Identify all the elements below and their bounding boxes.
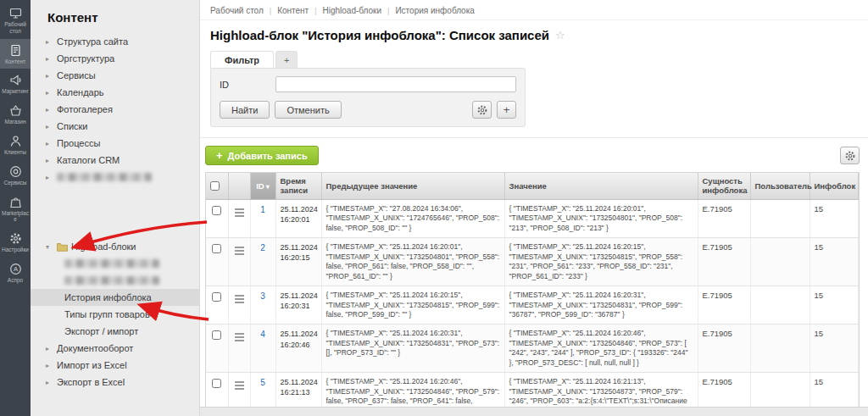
header-time[interactable]: Время записи	[275, 173, 321, 199]
breadcrumb-item[interactable]: История инфоблока	[395, 6, 474, 15]
breadcrumb-item[interactable]: Рабочий стол	[210, 6, 264, 15]
clients-icon	[9, 135, 22, 147]
record-id-link[interactable]: 2	[255, 242, 271, 254]
gear-icon	[9, 232, 22, 245]
prev-value-cell: { "TIMESTAMP_X": "25.11.2024 16:20:01", …	[321, 238, 504, 286]
sidebar-item-export-import[interactable]: Экспорт / импорт	[31, 323, 199, 340]
entity-cell: E.71905	[698, 238, 750, 286]
record-id-link[interactable]: 4	[255, 329, 271, 341]
user-cell	[750, 199, 810, 237]
appbar-item-marketing[interactable]: Маркетинг	[0, 69, 31, 99]
breadcrumb-item[interactable]: Контент	[277, 6, 309, 15]
header-prev-value[interactable]: Предыдущее значение	[321, 173, 504, 199]
chevron-right-icon: ▸	[46, 123, 57, 130]
appbar-item-label: Marketplace	[1, 210, 30, 224]
breadcrumb-separator: |	[314, 7, 316, 15]
appbar-item-label: Сервисы	[1, 180, 30, 186]
sidebar-item-label: Оргструктура	[57, 53, 114, 64]
record-id-link[interactable]: 5	[255, 377, 271, 389]
row-menu-icon[interactable]	[235, 212, 244, 214]
appbar-item-shop[interactable]: Магазин	[0, 99, 31, 130]
row-checkbox[interactable]	[212, 379, 221, 388]
row-menu-icon[interactable]	[235, 336, 244, 338]
appbar-item-label: Рабочий стол	[1, 21, 30, 35]
records-grid: ID▾ Время записи Предыдущее значение Зна…	[205, 172, 860, 416]
breadcrumb-item[interactable]: Highload-блоки	[323, 6, 382, 15]
header-infoblock[interactable]: Инфоблок	[810, 173, 859, 199]
sidebar-item-services[interactable]: ▸ Сервисы	[31, 67, 199, 84]
header-value[interactable]: Значение	[504, 173, 698, 199]
sidebar-item-photogallery[interactable]: ▸ Фотогалерея	[31, 101, 199, 118]
sidebar-item-calendar[interactable]: ▸ Календарь	[31, 84, 199, 101]
row-menu-icon[interactable]	[235, 298, 244, 300]
appbar-item-settings[interactable]: Настройки	[0, 227, 31, 258]
sidebar-item-orgstructure[interactable]: ▸ Оргструктура	[31, 50, 199, 67]
blurred-label	[57, 173, 152, 181]
sidebar-item-import-excel[interactable]: ▸ Импорт из Excel	[31, 357, 199, 374]
value-cell: { "TIMESTAMP_X": "25.11.2024 16:20:15", …	[504, 238, 698, 286]
favorite-star-icon[interactable]: ☆	[555, 29, 565, 42]
gear-icon	[476, 104, 488, 116]
chevron-right-icon: ▸	[46, 140, 57, 147]
sidebar-item-infoblock-history[interactable]: История инфоблока	[31, 289, 199, 306]
folder-icon	[57, 242, 68, 252]
sidebar-item-blurred[interactable]	[31, 272, 199, 289]
filter-settings-button[interactable]	[472, 101, 492, 119]
chevron-right-icon: ▸	[46, 106, 57, 114]
infoblock-cell: 15	[810, 324, 859, 373]
header-id[interactable]: ID▾	[250, 173, 275, 199]
breadcrumb-separator: |	[270, 7, 271, 15]
record-time: 16:20:15	[281, 252, 317, 263]
appbar-item-content[interactable]: Контент	[0, 39, 31, 69]
select-all-checkbox[interactable]	[210, 181, 220, 191]
appbar-item-label: Настройки	[1, 247, 30, 253]
find-button[interactable]: Найти	[220, 101, 270, 119]
page-title: Highload-блок "История инфоблока": Списо…	[210, 28, 549, 42]
cancel-button[interactable]: Отменить	[275, 101, 341, 119]
sidebar-item-site-structure[interactable]: ▸ Структура сайта	[31, 33, 199, 50]
blurred-label	[64, 259, 159, 268]
sidebar-item-crm-catalogs[interactable]: ▸ Каталоги CRM	[31, 152, 199, 169]
content-icon	[9, 44, 22, 57]
sidebar-item-processes[interactable]: ▸ Процессы	[31, 135, 199, 152]
gear-icon	[844, 150, 856, 162]
sidebar-item-export-excel[interactable]: ▸ Экспорт в Excel	[31, 374, 199, 391]
sidebar-item-label: Экспорт / импорт	[64, 326, 138, 336]
sidebar-item-highload-blocks[interactable]: ▾ Highload-блоки	[31, 238, 199, 255]
row-checkbox[interactable]	[212, 206, 221, 215]
appbar-item-services[interactable]: Сервисы	[0, 160, 31, 191]
sidebar-item-blurred[interactable]: ▸	[31, 169, 199, 186]
row-menu-icon[interactable]	[235, 385, 244, 386]
filter-id-input[interactable]	[275, 76, 516, 92]
appbar-item-aspro[interactable]: A Аспро	[0, 258, 31, 288]
sidebar-item-lists[interactable]: ▸ Списки	[31, 118, 199, 135]
main-area: Рабочий стол | Контент | Highload-блоки …	[200, 0, 868, 416]
appbar-item-clients[interactable]: Клиенты	[0, 130, 31, 160]
header-user[interactable]: Пользователь	[750, 173, 810, 199]
row-checkbox[interactable]	[212, 244, 221, 253]
record-time: 16:20:46	[281, 340, 317, 350]
row-checkbox[interactable]	[212, 292, 221, 302]
tab-add-filter[interactable]: +	[275, 51, 298, 68]
infoblock-cell: 15	[810, 238, 859, 286]
sidebar-item-document-flow[interactable]: ▸ Документооборот	[31, 340, 199, 357]
table-row: 4 25.11.202416:20:46 { "TIMESTAMP_X": "2…	[206, 324, 859, 373]
appbar-item-marketplace[interactable]: Marketplace	[0, 191, 31, 228]
add-record-button[interactable]: + Добавить запись	[205, 146, 319, 165]
sidebar-item-product-group-types[interactable]: Типы групп товаров	[31, 306, 199, 323]
row-menu-icon[interactable]	[235, 250, 244, 252]
filter-add-button[interactable]: +	[497, 101, 516, 119]
blurred-label	[64, 276, 159, 285]
filter-panel: Фильтр + ID Найти Отменить +	[210, 51, 526, 127]
sidebar-item-blurred[interactable]	[31, 255, 199, 272]
record-id-link[interactable]: 3	[255, 291, 271, 302]
header-entity[interactable]: Сущность инфоблока	[698, 173, 750, 199]
tab-filter[interactable]: Фильтр	[210, 51, 274, 68]
appbar-item-desktop[interactable]: Рабочий стол	[0, 2, 31, 39]
sort-desc-icon: ▾	[266, 183, 270, 191]
record-id-link[interactable]: 1	[255, 204, 271, 216]
record-time: 16:20:31	[281, 301, 317, 311]
sidebar-item-label: Экспорт в Excel	[57, 377, 125, 387]
grid-settings-button[interactable]	[840, 147, 860, 164]
row-checkbox[interactable]	[212, 330, 221, 340]
